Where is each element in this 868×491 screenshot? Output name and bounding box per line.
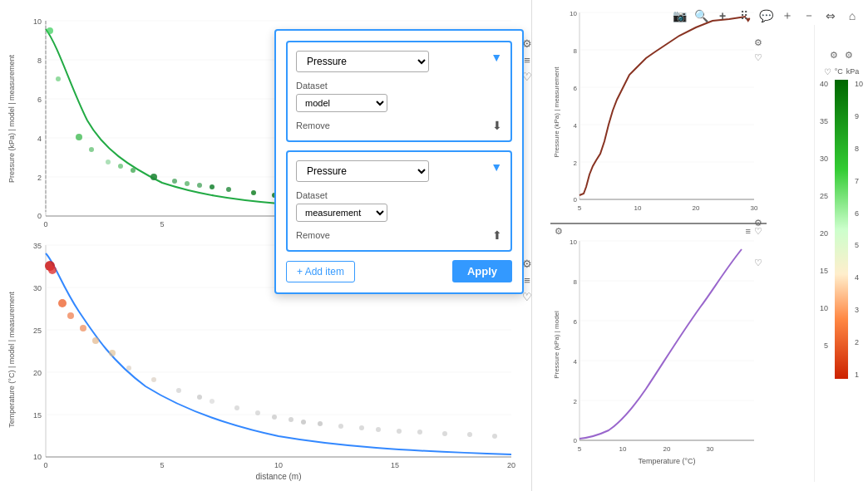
svg-point-75: [318, 421, 323, 426]
svg-text:20: 20: [33, 369, 42, 377]
list-icon-bottom[interactable]: ≡: [524, 274, 530, 287]
dataset-select-2[interactable]: measurement model: [296, 204, 387, 222]
svg-point-78: [376, 427, 381, 432]
svg-point-81: [442, 431, 447, 436]
svg-point-73: [289, 417, 293, 422]
axis-select-1[interactable]: Pressure Temperature: [296, 51, 429, 72]
svg-point-27: [150, 174, 157, 180]
heart-icon-rb[interactable]: ♡: [754, 258, 762, 268]
svg-point-79: [397, 429, 402, 434]
scale-label-celsius: °C: [835, 67, 843, 76]
remove-icon-1[interactable]: ⬇: [492, 119, 502, 132]
list-icon-top[interactable]: ≡: [524, 54, 530, 66]
chat-button[interactable]: 💬: [757, 7, 775, 25]
svg-text:5: 5: [160, 220, 164, 228]
svg-text:4: 4: [574, 122, 578, 130]
right-chart-bottom: Pressure (kPa) | model 10 8 6 4 2 0: [550, 233, 767, 482]
svg-point-67: [176, 388, 181, 393]
svg-text:0: 0: [37, 212, 42, 220]
axis-select-2[interactable]: Pressure Temperature: [296, 160, 429, 182]
svg-point-65: [126, 366, 131, 371]
heart-icon-bottom[interactable]: ♡: [522, 291, 532, 303]
svg-text:4: 4: [574, 358, 578, 366]
add-item-button[interactable]: + Add item: [286, 261, 355, 282]
main-container: Pressure (kPa) | model | measurement: [0, 0, 868, 491]
svg-text:30: 30: [33, 284, 42, 292]
dataset-select-1[interactable]: model measurement: [296, 94, 387, 112]
svg-text:20: 20: [693, 204, 700, 212]
svg-point-23: [89, 147, 94, 152]
right-top-svg: Pressure (kPa) | measurement 10 8 6 4 2 …: [550, 0, 767, 224]
axis-config-modal: Pressure Temperature ▼ Dataset model mea…: [274, 29, 524, 294]
minus-button[interactable]: －: [800, 7, 818, 25]
svg-text:10: 10: [619, 445, 627, 453]
svg-text:2: 2: [574, 398, 578, 405]
svg-text:10: 10: [274, 461, 283, 469]
svg-text:10: 10: [570, 238, 577, 246]
remove-icon-2[interactable]: ⬆: [492, 228, 502, 242]
svg-text:Pressure (kPa) | model: Pressure (kPa) | model: [553, 311, 560, 379]
svg-text:0: 0: [43, 461, 47, 469]
remove-row-2: Remove ⬆: [296, 228, 502, 242]
svg-point-71: [255, 410, 260, 415]
zoom-button[interactable]: 🔍: [692, 7, 710, 25]
svg-text:5: 5: [578, 204, 582, 212]
svg-text:distance (m): distance (m): [255, 472, 301, 481]
svg-point-30: [197, 183, 202, 188]
list-icon-br[interactable]: ≡: [746, 226, 751, 237]
svg-text:2: 2: [37, 174, 42, 182]
svg-text:Temperature (°C): Temperature (°C): [638, 457, 695, 465]
svg-text:10: 10: [33, 17, 42, 26]
svg-point-72: [272, 415, 277, 420]
svg-text:8: 8: [37, 56, 42, 65]
svg-text:10: 10: [33, 453, 42, 461]
svg-point-59: [48, 266, 57, 274]
svg-text:0: 0: [574, 196, 578, 204]
plus-button[interactable]: +: [713, 7, 732, 25]
svg-point-24: [106, 160, 111, 164]
svg-point-62: [80, 325, 86, 331]
scale-heart-left[interactable]: ♡: [824, 67, 831, 76]
modal-section-2: Pressure Temperature ▼ Dataset measureme…: [286, 150, 512, 252]
svg-rect-122: [835, 80, 848, 379]
heart-icon-br[interactable]: ♡: [754, 226, 762, 237]
svg-text:0: 0: [574, 437, 578, 444]
swap-button[interactable]: ⇔: [821, 7, 840, 25]
section1-arrow: ▼: [491, 51, 502, 64]
svg-text:6: 6: [37, 96, 42, 104]
right-panel: 📷 🔍 + ⠿ 💬 ＋ － ⇔ ⌂ Pressure (kPa) | measu…: [532, 0, 868, 491]
grid-button[interactable]: ⠿: [735, 7, 753, 25]
svg-point-28: [172, 179, 177, 184]
right-bottom-svg: Pressure (kPa) | model 10 8 6 4 2 0: [550, 233, 767, 482]
scale-gear-right[interactable]: ⚙: [845, 50, 853, 61]
color-bar-svg: [833, 80, 850, 379]
svg-text:20: 20: [507, 461, 515, 469]
home-button[interactable]: ⌂: [843, 7, 861, 25]
camera-button[interactable]: 📷: [670, 7, 688, 25]
svg-text:35: 35: [33, 242, 42, 250]
svg-point-69: [210, 399, 215, 404]
svg-text:5: 5: [160, 461, 164, 469]
svg-point-80: [417, 430, 422, 435]
dataset-label-1: Dataset: [296, 81, 502, 91]
svg-point-29: [185, 181, 190, 186]
gear-icon-rt[interactable]: ⚙: [754, 37, 762, 48]
svg-point-68: [197, 395, 202, 400]
heart-icon-rt[interactable]: ♡: [754, 52, 762, 63]
svg-point-74: [301, 420, 306, 425]
svg-text:15: 15: [33, 411, 42, 420]
svg-text:8: 8: [574, 278, 578, 286]
svg-text:6: 6: [574, 85, 578, 92]
add-button[interactable]: ＋: [778, 7, 796, 25]
modal-footer: + Add item Apply: [286, 260, 512, 282]
svg-point-20: [47, 27, 53, 34]
apply-button[interactable]: Apply: [452, 260, 512, 282]
gear-icon-bl[interactable]: ⚙: [555, 226, 563, 237]
svg-point-83: [492, 434, 497, 439]
modal-section-1: Pressure Temperature ▼ Dataset model mea…: [286, 41, 512, 142]
scale-gear-left[interactable]: ⚙: [830, 50, 838, 61]
svg-point-26: [131, 168, 136, 173]
svg-point-66: [151, 377, 156, 382]
svg-point-32: [226, 187, 231, 192]
svg-text:2: 2: [574, 160, 578, 167]
